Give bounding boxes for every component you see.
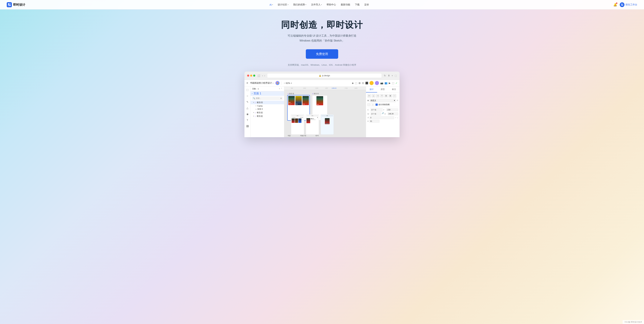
- workspace-button[interactable]: 前往工作台: [620, 2, 637, 7]
- windows-icon[interactable]: ⬚: [395, 74, 397, 77]
- sidebar-move-icon[interactable]: ⬚: [246, 88, 249, 92]
- add-page-icon[interactable]: +: [279, 88, 280, 90]
- y-input[interactable]: -218: [386, 108, 398, 111]
- frame-icon[interactable]: ⬛: [365, 82, 368, 84]
- align-left-btn[interactable]: ⊢: [367, 94, 371, 98]
- add-tab-icon[interactable]: +: [392, 74, 393, 77]
- expand-icon: ▾: [253, 115, 254, 117]
- ruler-label-1194: 1194: [315, 87, 318, 89]
- frame-label-1: ◈ 整页/是: [288, 93, 310, 95]
- nav-link-download[interactable]: 下载: [355, 3, 360, 6]
- checkbox-empty[interactable]: [367, 103, 370, 106]
- forward-icon[interactable]: ›: [264, 74, 265, 77]
- layers-search[interactable]: 🔍 搜索... ⊞: [252, 97, 283, 100]
- component-layer-icon: ◇: [255, 115, 256, 117]
- x-group: X 多个值: [367, 108, 382, 112]
- layer-icon[interactable]: ⬚: [355, 82, 357, 84]
- sidebar-circle-icon[interactable]: ○: [246, 94, 249, 98]
- layer-item[interactable]: ▭ 6.jpeg: [250, 104, 284, 107]
- camera-icon[interactable]: 📷: [380, 82, 383, 84]
- expand-icon: ▾: [253, 112, 254, 113]
- zoom-control[interactable]: − 62% +: [284, 82, 292, 84]
- chevron-down-icon: ▾: [394, 99, 395, 102]
- hero-section: 同时创造，即时设计 可云端编辑的专业级 UI 设计工具，为中国设计师量身打造 W…: [0, 0, 644, 324]
- custom-dropdown[interactable]: 自定义 ▾: [370, 99, 396, 102]
- overflow-label: 超出画板隐藏: [378, 103, 390, 106]
- chevron-down-icon: ▾: [288, 4, 288, 6]
- back-icon[interactable]: ‹: [262, 74, 263, 77]
- bell-icon[interactable]: 🔔: [613, 3, 617, 7]
- page-item-1[interactable]: ✓ 页面 1: [250, 91, 284, 96]
- sidebar-fill-icon[interactable]: ◉: [246, 112, 249, 116]
- overflow-checkbox[interactable]: ✓: [376, 103, 378, 106]
- share-icon[interactable]: ⬆: [388, 74, 390, 77]
- flip-h-icon[interactable]: ↔: [395, 117, 397, 119]
- tingshu-cover: [325, 118, 330, 124]
- sidebar-triangle-icon[interactable]: △: [246, 106, 249, 110]
- frame-bottom-3: 听书: [316, 135, 319, 137]
- align-bottom-btn[interactable]: ⊠: [388, 94, 392, 98]
- toolbar-right: ◈ ⬚ ⊞ ⊡ ⬛ 📷 👥 ▶ ⬚ ✓: [352, 81, 398, 85]
- layer-item[interactable]: ▭ 矩形 8: [250, 107, 284, 111]
- nav-link-features[interactable]: 最新功能: [341, 3, 350, 6]
- tab-annotation[interactable]: 标注: [388, 87, 400, 93]
- reset-icon[interactable]: ↺: [397, 99, 398, 102]
- clip-toggle[interactable]: ⬚: [371, 103, 375, 106]
- align-vcenter-btn[interactable]: ⊞: [384, 94, 388, 98]
- flip-v-icon[interactable]: ↕: [397, 117, 398, 119]
- layer-item[interactable]: ▾ ◇ 整页/是: [250, 114, 284, 118]
- collapse-icon[interactable]: ⌃: [281, 88, 282, 90]
- layer-item[interactable]: ▾ ◇ 整页/否: [250, 101, 284, 104]
- zoom-minus[interactable]: −: [284, 82, 285, 84]
- align-center-btn[interactable]: ⊥: [372, 94, 375, 98]
- zoom-plus[interactable]: +: [291, 82, 292, 84]
- sidebar-text-icon[interactable]: T: [246, 118, 249, 122]
- book-detail: 森林之火 迷茫·拟仿钟的星: [306, 118, 318, 123]
- w-input[interactable]: 多个值: [370, 112, 381, 116]
- align-more-btn[interactable]: ⋯: [393, 94, 396, 98]
- sidebar-image-icon[interactable]: 🖼: [246, 124, 249, 128]
- w-value: 多个值: [371, 113, 376, 115]
- align-top-btn[interactable]: ⊤: [380, 94, 384, 98]
- nav-link-community[interactable]: 设计社区 ▾: [278, 3, 288, 6]
- h2-input[interactable]: 61: [369, 120, 380, 123]
- nav-link-advantages[interactable]: 我们的优势 ▾: [293, 3, 306, 6]
- component-icon[interactable]: ⊞: [358, 82, 360, 84]
- nav-link-import[interactable]: 文件导入 ▾: [311, 3, 322, 6]
- tab-prototype[interactable]: 原型: [377, 87, 388, 93]
- app-toolbar: ≡ 书籍阅读类小程序设计 ▾ 🎨 − 62% + ◈ ⬚ ⊞ ⊡: [244, 80, 400, 87]
- sidebar-pen-icon[interactable]: ✎: [246, 100, 249, 104]
- book-grid: [292, 118, 304, 123]
- nav-link-pricing[interactable]: 定价: [364, 3, 369, 6]
- address-bar[interactable]: 🔒 js.design: [267, 73, 382, 78]
- tab-design[interactable]: 设计: [366, 87, 377, 93]
- y-value: -218: [387, 109, 390, 111]
- link-icon[interactable]: 🔗: [382, 112, 384, 116]
- layer-item[interactable]: ▾ ◇ 整页/是: [250, 111, 284, 114]
- nav-links: Ai ▾ 设计社区 ▾ 我们的优势 ▾ 文件导入 ▾ 帮助中心 最新功能 下载 …: [270, 3, 369, 6]
- search-icon: 🔍: [253, 97, 255, 99]
- menu-icon[interactable]: ≡: [246, 82, 248, 85]
- users-icon[interactable]: 👥: [384, 82, 388, 84]
- w-group: W 多个值: [367, 112, 381, 116]
- mobile-frame-tingshu: 9:41 ‹: [321, 114, 334, 135]
- x-input[interactable]: 多个值: [370, 108, 382, 112]
- nav-logo[interactable]: 即时设计: [7, 2, 25, 7]
- nav-link-ai[interactable]: Ai ▾: [270, 3, 273, 6]
- cta-button[interactable]: 免费使用: [306, 49, 338, 59]
- wh-row: W 多个值 🔗 H 146.34: [367, 112, 398, 116]
- minimize-dot: [250, 75, 252, 77]
- reload-icon[interactable]: ↻: [384, 74, 386, 77]
- project-name[interactable]: 书籍阅读类小程序设计 ▾: [250, 82, 274, 85]
- h-input[interactable]: 146.34: [388, 112, 398, 115]
- filter-icon[interactable]: ⊞: [280, 97, 282, 99]
- image-layer-icon: ▭: [255, 105, 257, 107]
- align-right-btn[interactable]: ⊣: [376, 94, 380, 98]
- vector-icon[interactable]: ◈: [352, 82, 354, 84]
- canvas-area[interactable]: 900 1000 1194 1357 1458.63 1700 1800: [284, 87, 366, 137]
- rotation-input[interactable]: 0: [370, 116, 394, 119]
- share-toolbar-icon[interactable]: ⬚: [392, 82, 394, 84]
- nav-link-help[interactable]: 帮助中心: [326, 3, 336, 6]
- grid-icon[interactable]: ⊡: [362, 82, 364, 84]
- play-icon[interactable]: ▶: [389, 82, 390, 84]
